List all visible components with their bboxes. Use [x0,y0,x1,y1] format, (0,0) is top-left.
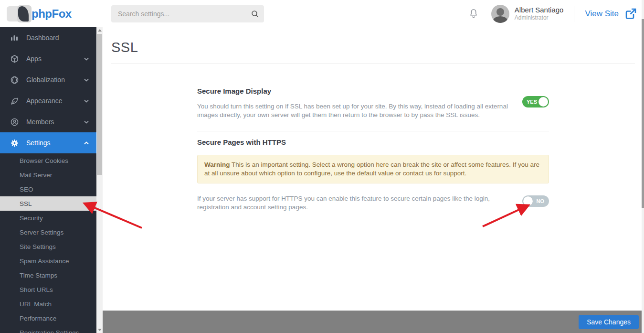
section-secure-pages-https: Secure Pages with HTTPS Warning This is … [197,131,549,212]
globe-icon [11,76,20,84]
page-head: SSL [103,27,644,64]
user-avatar[interactable] [491,5,509,23]
pen-icon [11,97,20,105]
toggle-knob [523,196,533,206]
header: phpFox Albert Santiago Administrator Vie… [0,0,644,27]
user-role: Administrator [515,14,564,21]
submenu-item-url-match[interactable]: URL Match [0,297,96,311]
sidebar-item-settings[interactable]: Settings [0,132,96,153]
header-divider [574,6,574,22]
save-changes-button[interactable]: Save Changes [579,315,639,329]
setting-description: You should turn this setting on if SSL h… [197,102,516,119]
sidebar-scrollbar-thumb[interactable] [97,34,102,175]
submenu-item-performance[interactable]: Performance [0,311,96,325]
submenu-item-short-urls[interactable]: Short URLs [0,282,96,297]
warning-box: Warning This is an important setting. Se… [197,155,549,183]
sidebar-nav: Dashboard Apps Globalization [0,27,96,333]
sidebar-item-appearance[interactable]: Appearance [0,90,96,111]
toggle-knob [538,97,548,107]
submenu-item-site-settings[interactable]: Site Settings [0,239,96,254]
user-name: Albert Santiago [515,6,564,15]
search-settings-box [111,5,264,22]
submenu-item-server-settings[interactable]: Server Settings [0,225,96,239]
bar-chart-icon [11,34,20,42]
section-heading: Secure Image Display [197,87,549,95]
chevron-down-icon [84,57,89,61]
page-scrollbar[interactable] [642,0,644,333]
view-site-label: View Site [585,9,619,19]
section-secure-image-display: Secure Image Display You should turn thi… [197,87,549,131]
member-icon [11,118,20,126]
title-divider [111,64,635,64]
external-link-icon [624,8,637,20]
submenu-item-ssl[interactable]: SSL [0,196,96,211]
chevron-down-icon [84,78,89,82]
page-scrollbar-thumb[interactable] [642,19,644,208]
sidebar-item-label: Appearance [26,97,84,105]
header-right-cluster: Albert Santiago Administrator View Site [468,0,637,27]
toggle-label: YES [527,96,537,107]
ssl-settings-form: Secure Image Display You should turn thi… [197,87,549,212]
user-meta[interactable]: Albert Santiago Administrator [515,6,564,22]
submenu-item-security[interactable]: Security [0,211,96,225]
chevron-down-icon [84,99,89,103]
sidebar-item-label: Dashboard [26,34,89,42]
cube-icon [11,55,20,63]
setting-description: If your server has support for HTTPS you… [197,194,516,212]
submenu-item-mail-server[interactable]: Mail Server [0,168,96,182]
chevron-up-icon [84,141,89,145]
submenu-item-browser-cookies[interactable]: Browser Cookies [0,153,96,168]
search-input[interactable] [111,10,246,18]
secure-pages-https-toggle[interactable]: NO [522,195,549,207]
gear-icon [11,139,20,147]
sidebar-item-label: Settings [26,139,84,147]
toggle-label: NO [537,195,545,207]
phpfox-logo[interactable]: phpFox [7,5,72,23]
setting-row: If your server has support for HTTPS you… [197,194,549,212]
sidebar-item-dashboard[interactable]: Dashboard [0,27,96,48]
phpfox-logo-icon [7,5,30,22]
sidebar-item-label: Members [26,118,84,126]
main-content: SSL Secure Image Display You should turn… [103,27,644,311]
warning-text: This is an important setting. Select a w… [204,161,539,177]
settings-submenu: Browser Cookies Mail Server SEO SSL Secu… [0,153,96,333]
page-title: SSL [111,40,635,55]
search-icon[interactable] [246,10,264,18]
view-site-link[interactable]: View Site [585,8,637,20]
sidebar-item-label: Apps [26,55,84,63]
scrollbar-down-arrow[interactable] [96,327,103,333]
phpfox-logo-text: phpFox [32,7,72,21]
sidebar-item-globalization[interactable]: Globalization [0,69,96,90]
footer-action-bar: Save Changes [103,311,644,333]
submenu-item-spam-assistance[interactable]: Spam Assistance [0,254,96,268]
chevron-down-icon [84,120,89,124]
setting-row: You should turn this setting on if SSL h… [197,95,549,119]
sidebar-item-label: Globalization [26,76,84,84]
section-heading: Secure Pages with HTTPS [197,138,549,146]
sidebar-item-apps[interactable]: Apps [0,48,96,69]
submenu-item-time-stamps[interactable]: Time Stamps [0,268,96,282]
sidebar-item-members[interactable]: Members [0,111,96,132]
submenu-item-seo[interactable]: SEO [0,182,96,196]
warning-label: Warning [204,161,230,168]
scrollbar-up-arrow[interactable] [96,27,103,33]
sidebar-scrollbar[interactable] [96,27,103,333]
notifications-bell-icon[interactable] [468,8,479,20]
secure-image-display-toggle[interactable]: YES [522,96,549,107]
submenu-item-registration-settings[interactable]: Registration Settings [0,325,96,333]
